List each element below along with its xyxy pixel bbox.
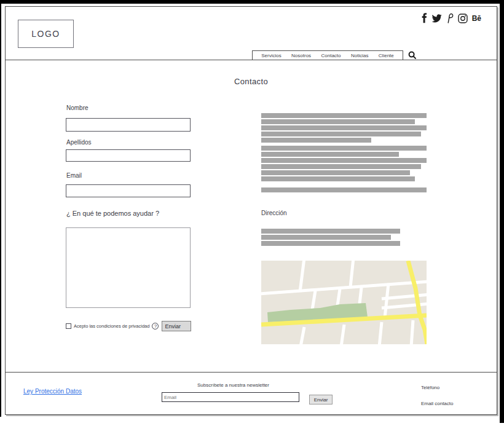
newsletter-send-button[interactable]: Enviar: [309, 395, 333, 404]
footer-divider: [6, 372, 497, 373]
nav-item-contacto[interactable]: Contacto: [321, 53, 341, 58]
address-placeholder-block: [261, 229, 427, 247]
nav-item-cliente[interactable]: Cliente: [379, 53, 394, 58]
text-placeholder-bar: [261, 170, 410, 175]
text-placeholder-bar: [261, 138, 371, 143]
text-placeholder-bar: [261, 187, 427, 192]
surname-label: Apellidos: [66, 139, 92, 146]
privacy-row: Acepto las condiciones de privacidad ? E…: [66, 321, 191, 331]
pinterest-icon[interactable]: [446, 13, 454, 23]
window-frame-top: [0, 0, 504, 4]
placeholder-paragraph: [261, 146, 427, 181]
text-placeholder-bar: [261, 158, 427, 163]
logo[interactable]: LOGO: [18, 20, 74, 48]
placeholder-paragraph: [261, 187, 427, 192]
newsletter-label: Subscríbete a nuestra newsletter: [162, 382, 305, 388]
text-placeholder-bar: [261, 146, 427, 151]
nav-item-servicios[interactable]: Servicios: [261, 53, 281, 58]
nav-item-nosotros[interactable]: Nosotros: [291, 53, 311, 58]
address-title: Dirección: [261, 210, 287, 216]
email-contact-label: Email contacto: [421, 401, 453, 406]
page-title: Contacto: [6, 77, 497, 86]
privacy-checkbox[interactable]: [66, 323, 71, 329]
newsletter-email-input[interactable]: [162, 392, 299, 402]
instagram-icon[interactable]: [458, 14, 468, 23]
email-label: Email: [66, 172, 82, 179]
name-label: Nombre: [66, 105, 89, 111]
behance-icon[interactable]: Bē: [472, 15, 481, 22]
help-icon[interactable]: ?: [152, 323, 159, 329]
map-image: [261, 261, 427, 344]
window-frame-left: [0, 0, 1, 417]
social-links: Bē: [421, 13, 481, 23]
main-nav: Servicios Nosotros Contacto Noticias Cli…: [252, 50, 403, 60]
text-placeholder-bar: [261, 152, 399, 157]
email-input[interactable]: [66, 184, 191, 197]
newsletter-section: Subscríbete a nuestra newsletter: [162, 382, 305, 402]
text-placeholder-bar: [261, 229, 400, 234]
surname-input[interactable]: [66, 149, 191, 162]
privacy-label: Acepto las condiciones de privacidad: [74, 323, 149, 329]
nav-item-noticias[interactable]: Noticias: [351, 53, 368, 58]
text-placeholder-bar: [261, 241, 400, 246]
name-input[interactable]: [66, 118, 191, 132]
text-placeholder-bar: [261, 125, 427, 130]
facebook-icon[interactable]: [421, 13, 427, 23]
placeholder-text-block: [261, 113, 427, 194]
text-placeholder-bar: [261, 235, 391, 240]
privacy-policy-link[interactable]: Ley Protección Datos: [23, 388, 82, 395]
logo-text: LOGO: [31, 29, 60, 39]
message-textarea[interactable]: [66, 227, 191, 308]
text-placeholder-bar: [261, 164, 421, 169]
header-divider: [6, 60, 497, 60]
text-placeholder-bar: [261, 113, 427, 118]
message-label: ¿ En qué te podemos ayudar ?: [66, 210, 159, 217]
placeholder-paragraph: [261, 113, 427, 143]
text-placeholder-bar: [261, 132, 421, 136]
wireframe-page: LOGO Bē Servicios Nosotros Contacto Noti…: [5, 6, 497, 415]
text-placeholder-bar: [261, 119, 415, 124]
send-button[interactable]: Enviar: [162, 321, 191, 331]
twitter-icon[interactable]: [431, 14, 442, 23]
search-icon[interactable]: [408, 51, 417, 60]
window-frame-right: [500, 0, 504, 423]
text-placeholder-bar: [261, 176, 415, 181]
phone-label: Teléfono: [421, 385, 439, 390]
